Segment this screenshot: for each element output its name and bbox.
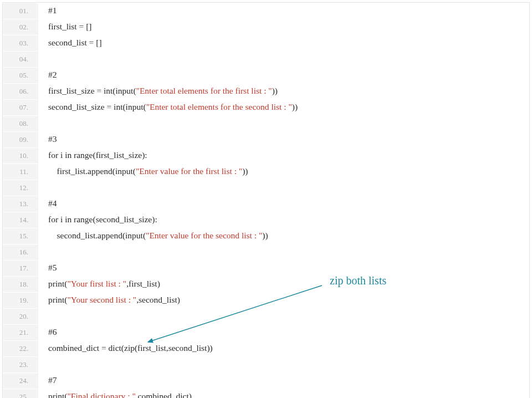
code-line: 11. first_list.append(input("Enter value… <box>3 164 529 180</box>
line-number: 12. <box>3 180 38 196</box>
code-content: #1 <box>38 3 57 18</box>
code-content <box>38 180 50 195</box>
code-token: for i in range(second_list_size): <box>48 215 157 224</box>
code-content: second_list_size = int(input("Enter tota… <box>38 99 298 115</box>
code-content <box>38 115 50 131</box>
code-token: ,combined_dict) <box>136 391 192 398</box>
code-content: #3 <box>38 131 57 147</box>
line-number: 01. <box>3 3 38 19</box>
code-line: 17.#5 <box>3 260 529 276</box>
code-content: combined_dict = dict(zip(first_list,seco… <box>38 340 213 356</box>
code-token: first_list.append(input( <box>48 166 136 176</box>
line-number: 11. <box>3 164 38 180</box>
code-line: 10.for i in range(first_list_size): <box>3 147 529 164</box>
line-number: 06. <box>3 84 38 99</box>
code-token: )) <box>262 231 268 240</box>
code-token: first_list_size = int(input( <box>48 86 136 95</box>
code-token: second_list.append(input( <box>48 231 146 240</box>
code-token: )) <box>242 166 248 176</box>
code-token: combined_dict = dict(zip(first_list,seco… <box>48 343 213 353</box>
code-content: for i in range(first_list_size): <box>38 147 147 163</box>
code-token: print( <box>48 391 67 398</box>
code-content: print("Your first list : ",first_list) <box>38 276 160 292</box>
code-content: print("Your second list : ",second_list) <box>38 292 180 308</box>
code-content: #7 <box>38 373 57 388</box>
string-literal: "Final dictionary : " <box>67 391 135 398</box>
code-token: #7 <box>48 375 57 385</box>
code-content <box>38 51 50 67</box>
line-number: 25. <box>3 389 38 398</box>
line-number: 16. <box>3 244 38 260</box>
line-number: 10. <box>3 148 38 164</box>
code-token: #6 <box>48 327 57 336</box>
code-line: 03.second_list = [] <box>3 35 529 51</box>
code-content <box>38 244 50 259</box>
code-token: second_list_size = int(input( <box>48 102 146 111</box>
code-block: 01.#102.first_list = []03.second_list = … <box>2 2 530 398</box>
code-line: 07.second_list_size = int(input("Enter t… <box>3 99 529 115</box>
code-token: )) <box>272 86 278 95</box>
code-line: 25.print("Final dictionary : ",combined_… <box>3 389 529 398</box>
code-token: ,second_list) <box>136 295 180 304</box>
code-content: #6 <box>38 324 57 340</box>
code-content: second_list.append(input("Enter value fo… <box>38 228 268 243</box>
code-content: for i in range(second_list_size): <box>38 212 157 227</box>
code-line: 01.#1 <box>3 3 529 19</box>
line-number: 02. <box>3 19 38 35</box>
line-number: 08. <box>3 116 38 131</box>
code-line: 04. <box>3 51 529 67</box>
code-token: print( <box>48 295 67 304</box>
string-literal: "Enter value for the second list : " <box>146 231 262 240</box>
code-line: 21.#6 <box>3 324 529 340</box>
code-token: #2 <box>48 70 57 79</box>
code-line: 08. <box>3 115 529 131</box>
line-number: 22. <box>3 341 38 356</box>
code-line: 12. <box>3 180 529 196</box>
line-number: 17. <box>3 261 38 276</box>
code-token: ,first_list) <box>126 279 160 288</box>
code-line: 24.#7 <box>3 373 529 389</box>
code-token: #5 <box>48 263 57 272</box>
code-token: #4 <box>48 198 57 208</box>
line-number: 07. <box>3 100 38 115</box>
code-token: #1 <box>48 6 57 15</box>
code-line: 16. <box>3 244 529 260</box>
code-line: 20. <box>3 308 529 324</box>
line-number: 05. <box>3 68 38 83</box>
code-token: print( <box>48 279 67 288</box>
string-literal: "Enter total elements for the first list… <box>136 86 272 95</box>
line-number: 14. <box>3 212 38 228</box>
line-number: 24. <box>3 373 38 389</box>
code-content <box>38 308 50 324</box>
string-literal: "Your first list : " <box>67 279 126 288</box>
code-line: 09.#3 <box>3 131 529 147</box>
code-token: )) <box>292 102 298 111</box>
line-number: 04. <box>3 52 38 67</box>
code-line: 15. second_list.append(input("Enter valu… <box>3 228 529 244</box>
line-number: 21. <box>3 325 38 340</box>
code-line: 06.first_list_size = int(input("Enter to… <box>3 83 529 99</box>
line-number: 13. <box>3 196 38 212</box>
line-number: 09. <box>3 132 38 147</box>
code-content: #5 <box>38 260 57 275</box>
code-content: #4 <box>38 196 57 211</box>
code-content: first_list_size = int(input("Enter total… <box>38 83 278 99</box>
line-number: 19. <box>3 293 38 308</box>
line-number: 20. <box>3 309 38 324</box>
code-token: second_list = [] <box>48 38 102 47</box>
line-number: 18. <box>3 277 38 292</box>
code-token: first_list = [] <box>48 22 91 31</box>
code-content <box>38 356 50 372</box>
code-content: second_list = [] <box>38 35 102 50</box>
code-line: 05.#2 <box>3 67 529 83</box>
code-line: 19.print("Your second list : ",second_li… <box>3 292 529 308</box>
code-content: first_list.append(input("Enter value for… <box>38 164 248 179</box>
code-token: for i in range(first_list_size): <box>48 150 147 160</box>
code-line: 22.combined_dict = dict(zip(first_list,s… <box>3 340 529 356</box>
line-number: 15. <box>3 228 38 244</box>
string-literal: "Enter value for the first list : " <box>136 166 242 176</box>
line-number: 23. <box>3 357 38 373</box>
line-number: 03. <box>3 35 38 51</box>
string-literal: "Your second list : " <box>67 295 136 304</box>
code-line: 13.#4 <box>3 196 529 212</box>
